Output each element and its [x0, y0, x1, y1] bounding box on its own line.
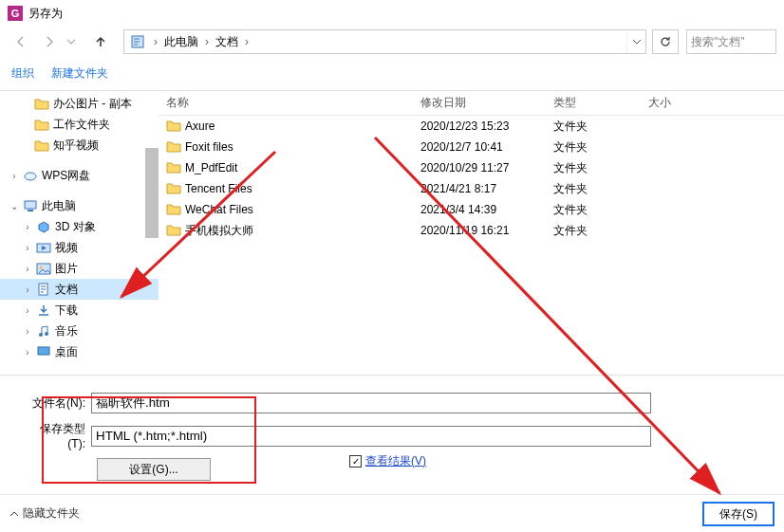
arrow-right-icon [42, 34, 57, 49]
documents-icon [36, 282, 51, 297]
pc-icon [23, 198, 38, 213]
column-date[interactable]: 修改日期 [413, 91, 546, 115]
new-folder-button[interactable]: 新建文件夹 [51, 65, 108, 82]
sidebar-item-wps[interactable]: › WPS网盘 [0, 165, 159, 186]
breadcrumb-sep: › [151, 35, 160, 48]
address-bar[interactable]: › 此电脑 › 文档 › [123, 29, 646, 54]
row-name: Foxit files [185, 140, 233, 154]
sidebar-item-office-pics[interactable]: 办公图片 - 副本 [0, 93, 159, 114]
sidebar-tree[interactable]: 办公图片 - 副本 工作文件夹 知乎视频 › WPS网盘 ⌄ 此电脑 › 3D … [0, 91, 159, 375]
3d-objects-icon [36, 219, 51, 234]
row-date: 2020/12/7 10:41 [413, 140, 546, 154]
folder-icon [34, 138, 49, 153]
refresh-icon [659, 35, 672, 48]
folder-icon [166, 223, 181, 238]
savetype-select[interactable] [91, 426, 651, 447]
sidebar-scrollbar-thumb[interactable] [145, 148, 159, 238]
svg-point-1 [25, 173, 36, 180]
settings-button[interactable]: 设置(G)... [97, 458, 211, 481]
arrow-left-icon [13, 34, 28, 49]
breadcrumb-documents[interactable]: 文档 [212, 30, 242, 53]
expand-toggle-icon[interactable]: › [21, 264, 34, 274]
sidebar-item-documents[interactable]: › 文档 [0, 279, 159, 300]
sidebar-item-pictures[interactable]: › 图片 [0, 258, 159, 279]
sidebar-item-zhihu-video[interactable]: 知乎视频 [0, 135, 159, 156]
save-form-panel: 文件名(N): 保存类型(T): 设置(G)... ✓ 查看结果(V) [0, 376, 784, 485]
row-name: M_PdfEdit [185, 161, 237, 174]
search-input[interactable]: 搜索"文档" [686, 29, 776, 54]
sidebar-item-desktop[interactable]: › 桌面 [0, 341, 159, 362]
svg-rect-3 [28, 210, 33, 211]
expand-toggle-icon[interactable]: › [21, 284, 34, 295]
expand-toggle-icon[interactable]: › [21, 222, 34, 232]
music-icon [36, 323, 51, 339]
view-result-check[interactable]: ✓ 查看结果(V) [349, 453, 426, 469]
table-row[interactable]: 手机模拟大师2020/11/19 16:21文件夹 [159, 220, 784, 241]
expand-toggle-icon[interactable]: › [21, 326, 34, 337]
collapse-toggle-icon[interactable]: ⌄ [8, 201, 21, 211]
folder-icon [166, 181, 181, 196]
row-date: 2021/4/21 8:17 [413, 182, 546, 195]
svg-point-6 [40, 266, 43, 269]
nav-up-button[interactable] [87, 29, 114, 54]
organize-menu[interactable]: 组织 [11, 65, 34, 82]
svg-rect-2 [25, 201, 36, 209]
toolbar: 组织 新建文件夹 [0, 57, 784, 91]
breadcrumb-this-pc[interactable]: 此电脑 [160, 30, 202, 53]
folder-icon [166, 202, 181, 217]
view-result-label[interactable]: 查看结果(V) [365, 453, 426, 469]
body-area: 办公图片 - 副本 工作文件夹 知乎视频 › WPS网盘 ⌄ 此电脑 › 3D … [0, 91, 784, 376]
wps-cloud-icon [23, 168, 38, 183]
refresh-button[interactable] [652, 29, 679, 54]
desktop-icon [36, 344, 51, 359]
table-row[interactable]: M_PdfEdit2020/10/29 11:27文件夹 [159, 157, 784, 178]
row-date: 2020/11/19 16:21 [413, 224, 546, 237]
save-button[interactable]: 保存(S) [702, 502, 775, 526]
row-name: Tencent Files [185, 182, 252, 195]
list-header: 名称 修改日期 类型 大小 [159, 91, 784, 116]
folder-icon [34, 96, 49, 111]
filename-input[interactable] [91, 393, 651, 413]
nav-forward-button[interactable] [36, 29, 63, 54]
svg-point-8 [39, 333, 43, 337]
sidebar-item-downloads[interactable]: › 下载 [0, 300, 159, 321]
sidebar-item-videos[interactable]: › 视频 [0, 237, 159, 258]
breadcrumb-sep: › [242, 35, 252, 48]
chevron-down-icon [66, 37, 76, 46]
sidebar-item-3d-objects[interactable]: › 3D 对象 [0, 216, 159, 237]
row-type: 文件夹 [546, 202, 641, 218]
sidebar-item-music[interactable]: › 音乐 [0, 321, 159, 341]
window-title: 另存为 [28, 6, 63, 22]
row-date: 2020/12/23 15:23 [413, 119, 546, 133]
file-list: 名称 修改日期 类型 大小 Axure2020/12/23 15:23文件夹Fo… [159, 91, 784, 375]
savetype-label: 保存类型(T): [23, 421, 91, 450]
hide-folders-toggle[interactable]: 隐藏文件夹 [9, 505, 80, 522]
navbar: › 此电脑 › 文档 › 搜索"文档" [0, 27, 784, 57]
row-type: 文件夹 [546, 139, 641, 156]
table-row[interactable]: Tencent Files2021/4/21 8:17文件夹 [159, 178, 784, 199]
column-name[interactable]: 名称 [159, 91, 413, 115]
row-date: 2020/10/29 11:27 [413, 161, 546, 174]
expand-toggle-icon[interactable]: › [21, 305, 34, 316]
sidebar-item-this-pc[interactable]: ⌄ 此电脑 [0, 195, 159, 216]
chevron-down-icon [632, 37, 642, 46]
table-row[interactable]: WeChat Files2021/3/4 14:39文件夹 [159, 199, 784, 220]
row-date: 2021/3/4 14:39 [413, 203, 546, 216]
folder-icon [34, 117, 49, 132]
chevron-up-icon [9, 509, 19, 519]
expand-toggle-icon[interactable]: › [21, 243, 34, 253]
expand-toggle-icon[interactable]: › [8, 171, 21, 181]
checkbox-icon[interactable]: ✓ [349, 455, 362, 468]
app-icon: G [8, 6, 23, 21]
nav-back-button[interactable] [8, 29, 34, 54]
expand-toggle-icon[interactable]: › [21, 347, 34, 358]
table-row[interactable]: Axure2020/12/23 15:23文件夹 [159, 116, 784, 137]
nav-recent-button[interactable] [65, 29, 78, 54]
table-row[interactable]: Foxit files2020/12/7 10:41文件夹 [159, 137, 784, 157]
column-type[interactable]: 类型 [546, 91, 641, 115]
breadcrumb-sep: › [202, 35, 212, 48]
sidebar-item-work-folder[interactable]: 工作文件夹 [0, 114, 159, 135]
address-dropdown-button[interactable] [626, 30, 645, 53]
column-size[interactable]: 大小 [641, 91, 784, 115]
list-rows: Axure2020/12/23 15:23文件夹Foxit files2020/… [159, 116, 784, 375]
